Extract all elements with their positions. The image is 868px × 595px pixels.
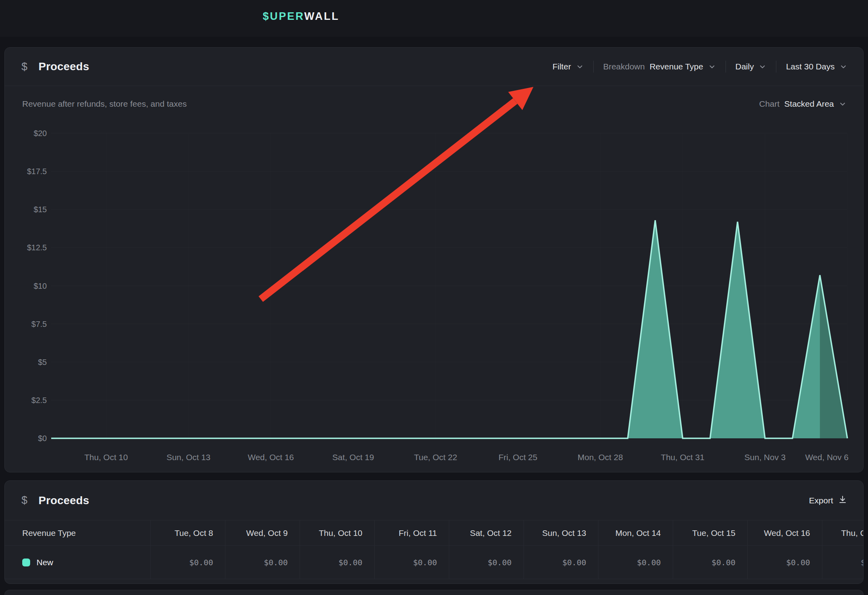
svg-text:$2.5: $2.5: [31, 396, 47, 405]
table-panel-header: $ Proceeds Export: [5, 481, 863, 520]
svg-text:Mon, Oct 28: Mon, Oct 28: [577, 453, 623, 462]
table-header-row: Revenue Type Tue, Oct 8 Wed, Oct 9 Thu, …: [5, 520, 863, 546]
svg-text:$0: $0: [38, 434, 47, 443]
svg-text:$17.5: $17.5: [27, 167, 47, 176]
page-title: Proceeds: [38, 60, 89, 73]
column-header: Wed, Oct 9: [225, 520, 300, 545]
column-header: Tue, Oct 15: [673, 520, 747, 545]
export-button[interactable]: Export: [809, 495, 847, 506]
chart-panel-header: $ Proceeds Filter Breakdown Revenue Type…: [5, 48, 863, 86]
filter-dropdown[interactable]: Filter: [543, 62, 593, 71]
table-cell: $0.00: [449, 546, 523, 579]
superwall-logo[interactable]: $UPERWALL: [263, 10, 339, 23]
chart-subheader: Revenue after refunds, store fees, and t…: [5, 92, 863, 109]
page: $UPERWALL $ Proceeds Filter Breakdown Re…: [0, 0, 868, 595]
table-cell: $0.00: [598, 546, 673, 579]
legend-item-new[interactable]: New: [5, 546, 150, 579]
table-cell: $0.00: [673, 546, 747, 579]
next-panel-top-edge: [4, 590, 864, 595]
logo-rest-text: WALL: [304, 10, 339, 22]
table-cell: $0.00: [822, 546, 864, 579]
date-range-value: Last 30 Days: [786, 62, 835, 71]
column-header: Fri, Oct 11: [374, 520, 449, 545]
column-header: Thu, Oct 10: [300, 520, 374, 545]
column-header: Mon, Oct 14: [598, 520, 673, 545]
table-cell: $0.00: [300, 546, 374, 579]
table-cell: $0.00: [225, 546, 300, 579]
table-cell: $0.00: [523, 546, 598, 579]
dollar-icon: $: [21, 494, 27, 507]
svg-text:Thu, Oct 10: Thu, Oct 10: [84, 453, 128, 462]
interval-dropdown[interactable]: Daily: [726, 62, 776, 71]
table-cell: $0.00: [374, 546, 449, 579]
breakdown-dropdown[interactable]: Breakdown Revenue Type: [594, 62, 726, 71]
svg-text:Tue, Oct 22: Tue, Oct 22: [414, 453, 457, 462]
svg-text:$20: $20: [34, 129, 47, 138]
svg-text:$7.5: $7.5: [31, 320, 47, 328]
proceeds-chart: $20$17.5$15$12.5$10$7.5$5$2.5$0Thu, Oct …: [5, 48, 863, 472]
dollar-icon: $: [21, 61, 27, 73]
chevron-down-icon: [839, 100, 847, 108]
svg-text:$5: $5: [38, 358, 47, 367]
chevron-down-icon: [576, 63, 584, 71]
svg-text:Sat, Oct 19: Sat, Oct 19: [332, 453, 374, 462]
proceeds-table-panel: $ Proceeds Export Revenue Type Tue, Oct …: [4, 480, 864, 584]
column-header: Sun, Oct 13: [523, 520, 598, 545]
top-navigation-bar: $UPERWALL: [0, 0, 868, 37]
svg-text:$12.5: $12.5: [27, 243, 47, 252]
logo-accent-text: $UPER: [263, 10, 304, 22]
column-header-revenue-type: Revenue Type: [5, 520, 150, 545]
svg-text:$15: $15: [34, 205, 47, 214]
column-header: Wed, Oct 16: [747, 520, 822, 545]
filter-label: Filter: [552, 62, 571, 71]
chevron-down-icon: [758, 63, 766, 71]
svg-text:Thu, Oct 31: Thu, Oct 31: [661, 453, 704, 462]
chart-type-value: Stacked Area: [784, 99, 834, 109]
chart-controls: Filter Breakdown Revenue Type Daily Last…: [543, 61, 847, 73]
breakdown-label: Breakdown: [603, 62, 645, 71]
svg-text:Fri, Oct 25: Fri, Oct 25: [498, 453, 537, 462]
table-row: New $0.00 $0.00 $0.00 $0.00 $0.00 $0.00 …: [5, 546, 863, 579]
download-icon: [838, 495, 847, 506]
column-header: Sat, Oct 12: [449, 520, 523, 545]
chart-subtitle: Revenue after refunds, store fees, and t…: [22, 99, 187, 109]
table-cell: $0.00: [150, 546, 225, 579]
svg-text:Sun, Nov 3: Sun, Nov 3: [745, 453, 786, 462]
table-cell: $0.00: [747, 546, 822, 579]
red-arrow-annotation: [261, 87, 533, 299]
chevron-down-icon: [708, 63, 716, 71]
svg-text:Wed, Oct 16: Wed, Oct 16: [248, 453, 294, 462]
column-header: Tue, Oct 8: [150, 520, 225, 545]
breakdown-value: Revenue Type: [650, 62, 703, 71]
column-header: Thu, Oct 17: [822, 520, 864, 545]
series-swatch: [22, 559, 30, 566]
chart-type-label: Chart: [759, 99, 779, 109]
date-range-dropdown[interactable]: Last 30 Days: [776, 62, 847, 71]
proceeds-chart-panel: $ Proceeds Filter Breakdown Revenue Type…: [4, 47, 864, 472]
svg-text:$10: $10: [34, 282, 47, 290]
table-title: Proceeds: [38, 494, 89, 507]
svg-text:Sun, Oct 13: Sun, Oct 13: [166, 453, 210, 462]
export-label: Export: [809, 496, 833, 505]
svg-text:Wed, Nov 6: Wed, Nov 6: [805, 453, 849, 462]
series-label: New: [37, 558, 53, 567]
chart-type-dropdown[interactable]: Chart Stacked Area: [759, 99, 847, 109]
interval-value: Daily: [735, 62, 754, 71]
chevron-down-icon: [839, 63, 847, 71]
